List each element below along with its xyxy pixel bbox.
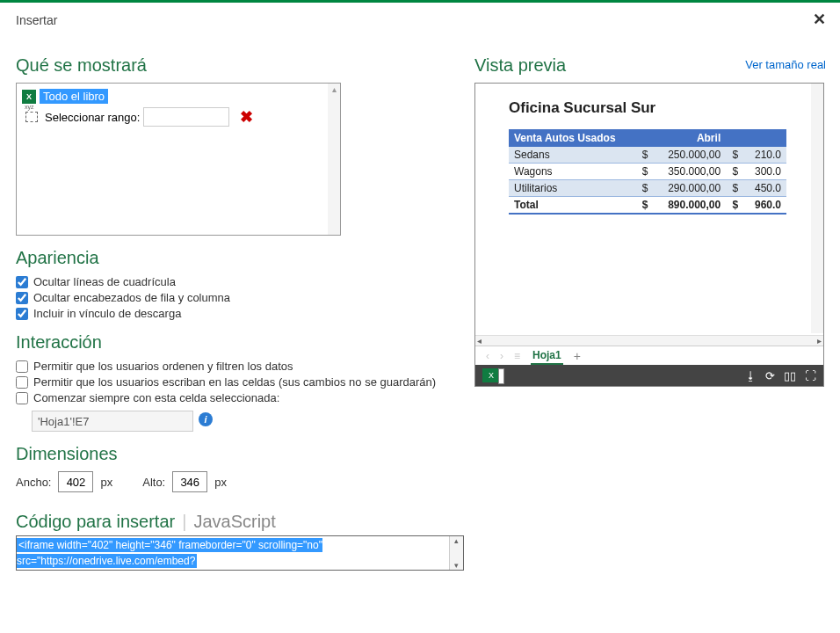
embed-code-text[interactable]: <iframe width="402" height="346" framebo… xyxy=(17,538,322,568)
view-real-size-link[interactable]: Ver tamaño real xyxy=(745,58,826,71)
section-what: Qué se mostrará xyxy=(16,55,464,76)
table-total-row: Total$890.000,00$960.0 xyxy=(509,197,786,215)
sheet-tabs: ‹ › ≡ Hoja1 + xyxy=(475,346,823,365)
section-appearance: Apariencia xyxy=(16,248,464,268)
include-download-checkbox[interactable]: Incluir in vínculo de descarga xyxy=(16,307,464,320)
section-interaction: Interacción xyxy=(16,332,464,353)
hide-headers-checkbox[interactable]: Ocultar encabezados de fila y columna xyxy=(16,291,464,304)
preview-vscroll[interactable] xyxy=(811,84,823,333)
start-cell-input[interactable] xyxy=(32,411,193,432)
sheet-tab[interactable]: Hoja1 xyxy=(531,347,563,365)
clear-range-icon[interactable]: ✖ xyxy=(240,107,253,127)
embed-js-tab[interactable]: JavaScript xyxy=(193,512,275,532)
section-embed: Código para insertar xyxy=(16,512,175,532)
download-icon[interactable]: ⭳ xyxy=(745,369,757,382)
scrollbar[interactable]: ▴ xyxy=(328,84,340,235)
height-label: Alto: xyxy=(142,476,165,489)
allow-write-label: Permitir que los usuarios escriban en la… xyxy=(33,375,436,389)
view-icon[interactable]: ▯▯ xyxy=(784,369,796,382)
separator: | xyxy=(182,512,186,532)
include-download-label: Incluir in vínculo de descarga xyxy=(33,307,181,320)
select-range-label: Seleccionar rango: xyxy=(45,111,140,124)
add-sheet-icon[interactable]: + xyxy=(574,349,581,363)
th-month: Abril xyxy=(635,129,726,147)
what-shows-box: X Todo el libro Seleccionar rango: ✖ ▴ xyxy=(16,83,341,236)
preview-pane: Oficina Sucursal Sur Venta Autos Usados … xyxy=(474,83,824,387)
start-cell-label: Comenzar siempre con esta celda seleccio… xyxy=(33,391,279,404)
tab-list-icon[interactable]: ≡ xyxy=(514,350,520,362)
range-icon xyxy=(25,112,38,122)
width-px: px xyxy=(100,476,112,489)
info-icon[interactable]: i xyxy=(199,412,213,426)
th-main: Venta Autos Usados xyxy=(509,129,635,147)
hide-gridlines-label: Ocultar líneas de cuadrícula xyxy=(33,275,176,288)
excel-icon: X xyxy=(22,90,36,104)
tab-prev-icon[interactable]: ‹ xyxy=(486,350,489,362)
hide-headers-label: Ocultar encabezados de fila y columna xyxy=(33,291,230,304)
table-row: Wagons$350.000,00$300.0 xyxy=(509,164,786,180)
allow-sort-label: Permitir que los usuarios ordenen y filt… xyxy=(33,360,293,373)
section-dimensions: Dimensiones xyxy=(16,444,464,464)
width-input[interactable] xyxy=(58,471,93,492)
height-px: px xyxy=(214,476,227,489)
table-row: Sedans$250.000,00$210.0 xyxy=(509,147,786,164)
width-label: Ancho: xyxy=(16,476,51,489)
embed-code-box[interactable]: <iframe width="402" height="346" framebo… xyxy=(16,535,464,571)
allow-sort-checkbox[interactable]: Permitir que los usuarios ordenen y filt… xyxy=(16,360,464,373)
dialog-title: Insertar xyxy=(0,3,840,36)
allow-write-checkbox[interactable]: Permitir que los usuarios escriban en la… xyxy=(16,375,464,389)
preview-table: Venta Autos Usados Abril Sedans$250.000,… xyxy=(509,129,786,215)
whole-book-option[interactable]: Todo el libro xyxy=(40,89,108,104)
close-icon[interactable]: ✕ xyxy=(813,10,826,29)
preview-title: Oficina Sucursal Sur xyxy=(509,99,811,117)
height-input[interactable] xyxy=(172,471,207,492)
excel-logo-icon: X xyxy=(482,368,500,382)
refresh-icon[interactable]: ⟳ xyxy=(765,369,775,382)
start-cell-checkbox[interactable]: Comenzar siempre con esta celda seleccio… xyxy=(16,391,464,404)
code-scrollbar[interactable]: ▴▾ xyxy=(449,536,463,570)
hide-gridlines-checkbox[interactable]: Ocultar líneas de cuadrícula xyxy=(16,275,464,288)
preview-statusbar: X ⭳ ⟳ ▯▯ ⛶ xyxy=(475,365,823,386)
tab-next-icon[interactable]: › xyxy=(500,350,503,362)
fullscreen-icon[interactable]: ⛶ xyxy=(805,369,816,382)
range-input[interactable] xyxy=(143,107,229,127)
table-row: Utilitarios$290.000,00$450.0 xyxy=(509,180,786,197)
